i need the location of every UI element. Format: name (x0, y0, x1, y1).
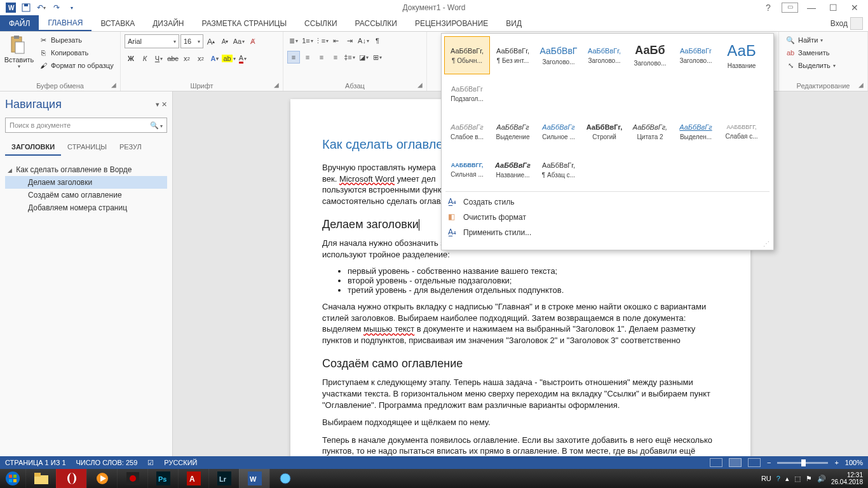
taskbar-acrobat[interactable]: A (178, 469, 208, 488)
borders-button[interactable]: ⊞ (371, 51, 384, 64)
style-gallery-item[interactable]: АаБбВвГгВыделение (490, 112, 536, 151)
tab-file[interactable]: ФАЙЛ (0, 15, 39, 31)
nav-tab-pages[interactable]: СТРАНИЦЫ (61, 140, 113, 156)
resize-grip-icon[interactable]: ⋰ (444, 240, 771, 247)
login-link[interactable]: Вход (825, 15, 868, 31)
style-gallery-item[interactable]: АаБНазвание (719, 36, 764, 74)
tab-home[interactable]: ГЛАВНАЯ (39, 15, 92, 31)
nav-tab-headings[interactable]: ЗАГОЛОВКИ (5, 140, 61, 156)
tray-volume-icon[interactable]: 🔊 (817, 475, 826, 483)
tray-clock[interactable]: 12:31 26.04.2018 (831, 471, 863, 485)
status-proofing-icon[interactable]: ☑ (147, 459, 154, 467)
line-spacing-button[interactable]: ‡≡ (343, 51, 356, 64)
decrease-indent-button[interactable]: ⇤ (329, 34, 342, 47)
taskbar-photoshop[interactable]: Ps (147, 469, 178, 488)
subscript-button[interactable]: x2 (180, 52, 193, 65)
multilevel-button[interactable]: ⋮≡ (315, 34, 328, 47)
editing-launcher-icon[interactable]: ◢ (858, 81, 864, 88)
style-gallery-item[interactable]: АаБбВвГгПодзагол... (444, 74, 490, 112)
style-gallery-item[interactable]: АаБбВвГЗаголово... (536, 36, 581, 74)
start-button[interactable] (0, 469, 25, 488)
nav-tree-item[interactable]: Делаем заголовки (5, 176, 167, 189)
bullets-button[interactable]: ≣ (287, 34, 300, 47)
style-gallery-item[interactable]: АаБбВвГг,Заголово... (581, 36, 627, 74)
strikethrough-button[interactable]: abc (166, 52, 179, 65)
status-lang[interactable]: РУССКИЙ (164, 459, 197, 466)
view-read-button[interactable] (710, 458, 722, 467)
close-icon[interactable]: ✕ (846, 3, 863, 13)
zoom-level[interactable]: 100% (845, 459, 863, 466)
font-size-combo[interactable]: 16▾ (180, 34, 203, 48)
zoom-in-button[interactable]: + (834, 459, 838, 466)
taskbar-opera[interactable] (56, 469, 86, 488)
view-print-button[interactable] (729, 458, 742, 467)
font-color-button[interactable]: A (236, 52, 249, 65)
shading-button[interactable]: ◪ (357, 51, 370, 64)
tab-view[interactable]: ВИД (497, 15, 531, 31)
nav-close-icon[interactable]: ✕ (161, 100, 167, 108)
nav-tree-item[interactable]: Добавляем номера страниц (5, 201, 167, 214)
align-left-button[interactable]: ≡ (287, 51, 300, 64)
copy-button[interactable]: ⎘Копировать (36, 47, 116, 58)
taskbar-word[interactable]: W (239, 469, 269, 488)
sort-button[interactable]: A↓ (357, 34, 370, 47)
taskbar-lightroom[interactable]: Lr (208, 469, 239, 488)
style-gallery-item[interactable]: АаБбВвГгВыделен... (673, 112, 719, 151)
grow-font-button[interactable]: A▴ (205, 35, 217, 48)
minimize-icon[interactable]: — (803, 3, 820, 13)
cut-button[interactable]: ✂Вырезать (36, 34, 116, 46)
increase-indent-button[interactable]: ⇥ (343, 34, 356, 47)
clipboard-launcher-icon[interactable]: ◢ (111, 81, 116, 88)
style-gallery-item[interactable]: АаБбВвГг,¶ Обычн... (444, 36, 490, 74)
italic-button[interactable]: К (139, 52, 151, 65)
tab-insert[interactable]: ВСТАВКА (92, 15, 144, 31)
show-marks-button[interactable]: ¶ (371, 34, 384, 47)
highlight-button[interactable]: ab (222, 52, 235, 65)
style-gallery-item[interactable]: АаБбВвГг,¶ Без инт... (490, 36, 536, 74)
change-case-button[interactable]: Aa (233, 35, 245, 48)
replace-button[interactable]: abЗаменить (783, 47, 838, 58)
style-gallery-item[interactable]: АаБбВвГг,Строгий (581, 112, 627, 151)
tray-lang[interactable]: RU (761, 475, 771, 482)
redo-icon[interactable]: ↷ (51, 2, 62, 13)
justify-button[interactable]: ≡ (329, 51, 342, 64)
style-gallery-item[interactable]: ААББВВГГ,Сильная ... (444, 151, 490, 189)
style-gallery-item[interactable]: АаБбВвГгСлабое в... (444, 112, 490, 151)
zoom-out-button[interactable]: − (767, 459, 771, 466)
apply-styles-cmd[interactable]: A̲₄Применить стили... (444, 225, 771, 240)
underline-button[interactable]: Ч (153, 52, 165, 65)
font-launcher-icon[interactable]: ◢ (274, 81, 279, 88)
maximize-icon[interactable]: ☐ (825, 3, 841, 13)
create-style-cmd[interactable]: A̲₄Создать стиль (444, 194, 771, 210)
align-center-button[interactable]: ≡ (301, 51, 314, 64)
tab-review[interactable]: РЕЦЕНЗИРОВАНИЕ (406, 15, 497, 31)
zoom-slider[interactable] (777, 462, 828, 464)
taskbar-app1[interactable] (117, 469, 147, 488)
text-effects-button[interactable]: A (208, 52, 221, 65)
select-button[interactable]: ⤡Выделить ▾ (783, 60, 838, 71)
style-gallery-item[interactable]: АаБбВвГгНазвание... (490, 151, 536, 189)
tray-network-icon[interactable]: ⬚ (794, 475, 801, 483)
nav-tree-item[interactable]: ◢ Как сделать оглавление в Ворде (5, 163, 167, 176)
tray-flag-icon[interactable]: ⚑ (806, 475, 812, 483)
view-web-button[interactable] (748, 458, 761, 467)
taskbar-app2[interactable] (269, 469, 300, 488)
nav-tab-results[interactable]: РЕЗУЛ (113, 140, 148, 156)
superscript-button[interactable]: x2 (194, 52, 207, 65)
tab-layout[interactable]: РАЗМЕТКА СТРАНИЦЫ (193, 15, 296, 31)
style-gallery-item[interactable]: АаБбВвГгЗаголово... (673, 36, 719, 74)
paste-button[interactable]: Вставить ▾ (4, 34, 34, 69)
clear-format-cmd[interactable]: ◧Очистить формат (444, 210, 771, 225)
style-gallery-item[interactable]: ААББВВГГ,Слабая с... (719, 112, 764, 151)
style-gallery-item[interactable]: АаБбВвГгСильное ... (536, 112, 581, 151)
bold-button[interactable]: Ж (125, 52, 137, 65)
tray-arrow-icon[interactable]: ▴ (785, 475, 789, 483)
status-words[interactable]: ЧИСЛО СЛОВ: 259 (76, 459, 138, 466)
align-right-button[interactable]: ≡ (315, 51, 328, 64)
style-gallery-item[interactable]: АаБбЗаголово... (627, 36, 673, 74)
undo-icon[interactable]: ↶▾ (36, 2, 47, 13)
style-gallery-item[interactable]: АаБбВвГг,¶ Абзац с... (536, 151, 581, 189)
taskbar-explorer[interactable] (25, 469, 56, 488)
clear-formatting-button[interactable]: A̸ (247, 35, 259, 48)
tab-design[interactable]: ДИЗАЙН (144, 15, 193, 31)
